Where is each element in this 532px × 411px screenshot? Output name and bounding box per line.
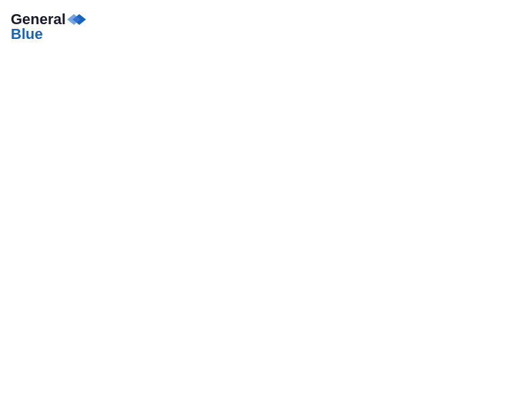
page-header: General Blue	[11, 11, 521, 43]
logo: General Blue	[11, 11, 86, 43]
logo-blue: Blue	[11, 26, 43, 43]
logo-bird-icon	[67, 13, 86, 26]
